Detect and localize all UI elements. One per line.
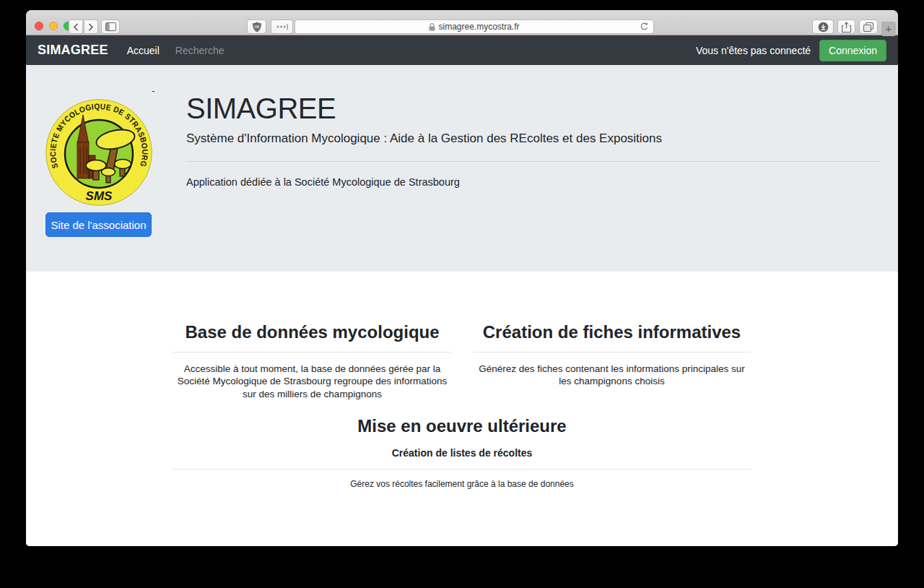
- address-bar[interactable]: simagree.mycostra.fr: [295, 20, 654, 34]
- ublock-extension-button[interactable]: UO: [247, 20, 266, 34]
- forward-button[interactable]: [84, 20, 98, 34]
- connexion-button[interactable]: Connexion: [819, 40, 886, 61]
- association-site-button[interactable]: Site de l'association: [45, 212, 152, 237]
- feature-fiches: Création de fiches informatives Générez …: [473, 322, 751, 400]
- feature-fiches-description: Générez des fiches contenant les informa…: [473, 363, 751, 388]
- back-button[interactable]: [69, 20, 83, 34]
- tabs-icon: [863, 22, 873, 32]
- navbar-links: Accueil Recherche: [127, 45, 225, 56]
- future-section: Mise en oeuvre ultérieure Création de li…: [173, 416, 751, 489]
- refresh-icon[interactable]: [640, 22, 649, 34]
- jumbotron: -: [26, 65, 898, 272]
- connection-status-text: Vous n'êtes pas connecté: [696, 45, 811, 56]
- jumbotron-text: SIMAGREE Système d'Information Mycologiq…: [186, 65, 881, 188]
- share-button[interactable]: [837, 20, 855, 34]
- page-title: SIMAGREE: [186, 91, 881, 126]
- url-text: simagree.mycostra.fr: [438, 22, 519, 32]
- feature-database: Base de données mycologique Accessible à…: [173, 322, 451, 400]
- browser-window: UO simagree.mycostra.fr: [26, 10, 898, 546]
- forward-icon: [88, 23, 94, 31]
- society-logo: SOCIETE MYCOLOGIQUE DE STRASBOURG SMS: [45, 99, 152, 206]
- divider: [173, 469, 751, 470]
- society-logo-image: SOCIETE MYCOLOGIQUE DE STRASBOURG SMS: [45, 99, 152, 206]
- feature-database-description: Accessible à tout moment, la base de don…: [173, 363, 451, 400]
- nav-link-accueil[interactable]: Accueil: [127, 45, 160, 56]
- close-window-button[interactable]: [35, 22, 43, 30]
- feature-database-title: Base de données mycologique: [173, 322, 451, 342]
- page-subtitle: Système d'Information Mycologique : Aide…: [186, 131, 881, 146]
- app-description: Application dédiée à la Société Mycologi…: [186, 176, 881, 188]
- download-icon: [818, 22, 829, 33]
- future-subtitle: Création de listes de récoltes: [173, 447, 751, 459]
- logo-sms-text: SMS: [86, 189, 113, 203]
- browser-toolbar: UO simagree.mycostra.fr: [26, 10, 898, 35]
- lock-icon: [429, 23, 435, 31]
- navbar-brand[interactable]: SIMAGREE: [38, 43, 108, 58]
- sidebar-icon: [105, 22, 116, 31]
- back-icon: [73, 23, 79, 31]
- downloads-button[interactable]: [812, 20, 834, 34]
- divider: [173, 352, 451, 353]
- extension-menu-button[interactable]: [271, 20, 293, 34]
- minimize-window-button[interactable]: [49, 22, 58, 30]
- stray-dash-text: -: [152, 85, 155, 97]
- dots-cursor-icon: [276, 23, 289, 30]
- nav-link-recherche[interactable]: Recherche: [175, 45, 225, 56]
- svg-text:UO: UO: [254, 25, 259, 28]
- future-title: Mise en oeuvre ultérieure: [173, 416, 751, 436]
- navbar-right: Vous n'êtes pas connecté Connexion: [696, 40, 886, 61]
- divider: [473, 352, 751, 353]
- window-controls: [35, 22, 72, 30]
- main-content: Base de données mycologique Accessible à…: [26, 272, 898, 546]
- show-all-tabs-button[interactable]: [859, 20, 878, 34]
- site-navbar: SIMAGREE Accueil Recherche Vous n'êtes p…: [26, 35, 898, 65]
- features-row: Base de données mycologique Accessible à…: [173, 322, 751, 400]
- jumbotron-divider: [186, 161, 881, 162]
- sidebar-toggle-button[interactable]: [101, 20, 120, 34]
- future-description: Gérez vos récoltes facilement grâce à la…: [173, 479, 751, 489]
- new-tab-button[interactable]: +: [881, 22, 896, 36]
- shield-icon: UO: [252, 22, 262, 33]
- share-icon: [842, 22, 851, 33]
- feature-fiches-title: Création de fiches informatives: [473, 322, 751, 342]
